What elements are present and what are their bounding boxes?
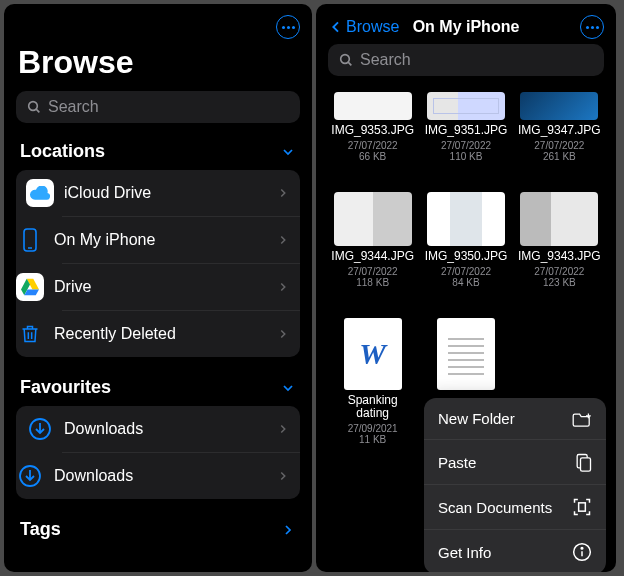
file-item[interactable]: IMG_9347.JPG 27/07/2022 261 KB — [517, 92, 602, 186]
browse-pane: Browse Search Locations iCloud Drive On … — [4, 4, 312, 572]
menu-label: New Folder — [438, 410, 515, 427]
download-icon — [16, 462, 44, 490]
locations-header[interactable]: Locations — [16, 137, 300, 170]
file-size: 123 KB — [543, 277, 576, 288]
page-title: Browse — [18, 44, 298, 81]
file-thumbnail — [334, 192, 412, 246]
search-input[interactable]: Search — [16, 91, 300, 123]
menu-item-scan-documents[interactable]: Scan Documents — [424, 484, 606, 529]
favourite-item-downloads[interactable]: Downloads — [16, 406, 300, 452]
tags-header-label: Tags — [20, 519, 61, 540]
location-label: On My iPhone — [54, 231, 276, 249]
file-date: 27/07/2022 — [348, 266, 398, 277]
file-date: 27/07/2022 — [534, 266, 584, 277]
right-topbar: Browse On My iPhone — [328, 10, 604, 44]
file-thumbnail — [520, 92, 598, 120]
search-placeholder: Search — [360, 51, 411, 69]
gdrive-icon — [16, 273, 44, 301]
info-icon — [572, 542, 592, 562]
clipboard-icon — [574, 452, 592, 472]
location-label: iCloud Drive — [64, 184, 276, 202]
menu-label: Scan Documents — [438, 499, 552, 516]
location-item-recentlydeleted[interactable]: Recently Deleted — [62, 310, 300, 357]
context-menu: New Folder Paste Scan Documents Get Info — [424, 398, 606, 572]
search-icon — [26, 99, 42, 115]
location-label: Recently Deleted — [54, 325, 276, 343]
svg-rect-19 — [579, 503, 586, 511]
location-item-onmyiphone[interactable]: On My iPhone — [62, 216, 300, 263]
file-size: 11 KB — [359, 434, 386, 445]
menu-item-paste[interactable]: Paste — [424, 439, 606, 484]
svg-point-13 — [341, 55, 350, 64]
file-item[interactable]: W Spanking dating 27/09/2021 11 KB — [330, 318, 415, 470]
file-size: 261 KB — [543, 151, 576, 162]
tags-header[interactable]: Tags — [16, 515, 300, 548]
more-button[interactable] — [580, 15, 604, 39]
file-name: IMG_9344.JPG — [331, 250, 414, 264]
more-button[interactable] — [276, 15, 300, 39]
file-date: 27/07/2022 — [534, 140, 584, 151]
scan-icon — [572, 497, 592, 517]
menu-label: Paste — [438, 454, 476, 471]
search-placeholder: Search — [48, 98, 99, 116]
file-item[interactable]: IMG_9344.JPG 27/07/2022 118 KB — [330, 192, 415, 312]
file-size: 66 KB — [359, 151, 386, 162]
download-icon — [26, 415, 54, 443]
svg-rect-18 — [581, 458, 591, 471]
chevron-right-icon — [280, 522, 296, 538]
back-label: Browse — [346, 18, 399, 36]
locations-group: iCloud Drive On My iPhone Drive Recently… — [16, 170, 300, 357]
file-name: IMG_9351.JPG — [425, 124, 508, 138]
file-item[interactable]: IMG_9353.JPG 27/07/2022 66 KB — [330, 92, 415, 186]
menu-label: Get Info — [438, 544, 491, 561]
svg-line-14 — [348, 62, 351, 65]
file-date: 27/07/2022 — [441, 266, 491, 277]
file-size: 84 KB — [452, 277, 479, 288]
chevron-down-icon — [280, 380, 296, 396]
file-thumbnail: W — [344, 318, 402, 390]
chevron-right-icon — [276, 233, 290, 247]
file-thumbnail — [334, 92, 412, 120]
favourites-group: Downloads Downloads — [16, 406, 300, 499]
file-item[interactable]: IMG_9350.JPG 27/07/2022 84 KB — [423, 192, 508, 312]
file-thumbnail — [520, 192, 598, 246]
favourite-label: Downloads — [54, 467, 276, 485]
icloud-icon — [26, 179, 54, 207]
location-label: Drive — [54, 278, 276, 296]
file-date: 27/07/2022 — [441, 140, 491, 151]
folder-plus-icon — [572, 411, 592, 427]
file-date: 27/07/2022 — [348, 140, 398, 151]
location-item-drive[interactable]: Drive — [62, 263, 300, 310]
favourite-label: Downloads — [64, 420, 276, 438]
file-name: IMG_9350.JPG — [425, 250, 508, 264]
svg-line-1 — [36, 109, 39, 112]
file-thumbnail — [427, 192, 505, 246]
back-button[interactable]: Browse — [328, 18, 399, 36]
svg-point-22 — [581, 547, 583, 549]
favourites-header[interactable]: Favourites — [16, 373, 300, 406]
location-item-icloud[interactable]: iCloud Drive — [16, 170, 300, 216]
file-date: 27/09/2021 — [348, 423, 398, 434]
locations-header-label: Locations — [20, 141, 105, 162]
chevron-right-icon — [276, 280, 290, 294]
phone-icon — [16, 226, 44, 254]
file-name: Spanking dating — [330, 394, 415, 422]
left-topbar — [16, 10, 300, 44]
chevron-right-icon — [276, 422, 290, 436]
chevron-down-icon — [280, 144, 296, 160]
file-name: IMG_9353.JPG — [331, 124, 414, 138]
favourite-item-downloads[interactable]: Downloads — [62, 452, 300, 499]
chevron-right-icon — [276, 327, 290, 341]
chevron-right-icon — [276, 186, 290, 200]
file-size: 110 KB — [450, 151, 483, 162]
menu-item-new-folder[interactable]: New Folder — [424, 398, 606, 439]
file-thumbnail — [437, 318, 495, 390]
trash-icon — [16, 320, 44, 348]
menu-item-get-info[interactable]: Get Info — [424, 529, 606, 572]
file-item[interactable]: IMG_9343.JPG 27/07/2022 123 KB — [517, 192, 602, 312]
search-input[interactable]: Search — [328, 44, 604, 76]
ellipsis-icon — [586, 26, 599, 29]
search-icon — [338, 52, 354, 68]
chevron-left-icon — [328, 18, 344, 36]
file-item[interactable]: IMG_9351.JPG 27/07/2022 110 KB — [423, 92, 508, 186]
